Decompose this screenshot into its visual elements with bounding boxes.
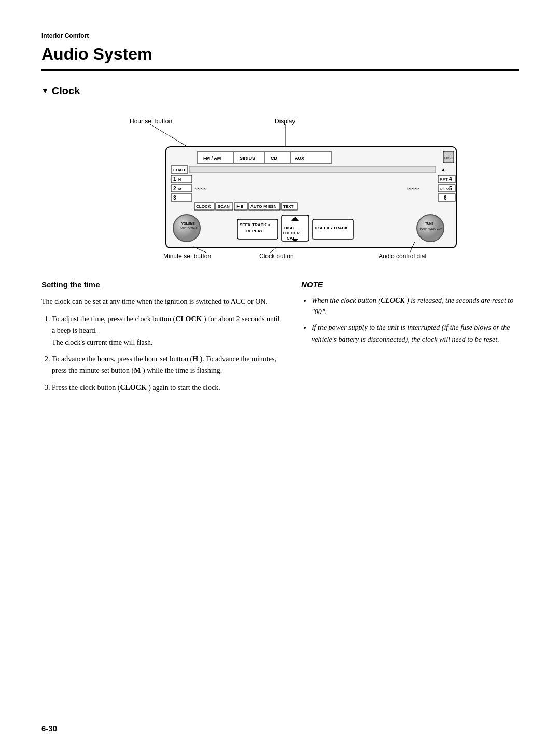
tune-label: TUNE bbox=[425, 222, 433, 225]
push-power-label: PUSH POWER bbox=[179, 226, 197, 229]
svg-rect-9 bbox=[189, 166, 436, 173]
dolby-left: ⊲⊲⊲⊲ bbox=[194, 187, 207, 190]
label-audio: Audio control dial bbox=[379, 253, 426, 260]
auto-esn-btn: AUTO-M ESN bbox=[250, 204, 277, 209]
play-pause-btn: ►II bbox=[236, 204, 243, 209]
label-clock: Clock button bbox=[259, 253, 294, 260]
content-area: Setting the time The clock can be set at… bbox=[41, 279, 519, 399]
clock-bold-2: CLOCK bbox=[120, 384, 146, 392]
clock-heading: Clock bbox=[41, 83, 519, 99]
clock-bold-note: CLOCK bbox=[381, 297, 405, 304]
disc-icon: DISC bbox=[444, 156, 453, 160]
steps-list: To adjust the time, press the clock butt… bbox=[41, 314, 281, 394]
label-minute: Minute set button bbox=[163, 253, 211, 260]
preset2-btn: 2 bbox=[173, 186, 176, 191]
fm-am-btn: FM / AM bbox=[203, 156, 221, 161]
diagram-svg: Hour set button Display FM / AM SIRIUS C… bbox=[83, 108, 477, 263]
audio-diagram: Hour set button Display FM / AM SIRIUS C… bbox=[41, 108, 519, 263]
page-title: Audio System bbox=[41, 41, 519, 71]
note-title: NOTE bbox=[301, 279, 519, 291]
folder-label: FOLDER bbox=[283, 231, 300, 235]
preset3-btn: 3 bbox=[173, 195, 176, 201]
rpt-btn: RPT bbox=[440, 177, 448, 182]
clock-btn: CLOCK bbox=[196, 204, 211, 209]
sirius-btn: SIRIUS bbox=[240, 156, 255, 161]
right-column: NOTE When the clock button (CLOCK ) is r… bbox=[301, 279, 519, 399]
text-btn: TEXT bbox=[283, 204, 294, 209]
section-label: Interior Comfort bbox=[41, 31, 519, 40]
volume-label: VOLUME bbox=[181, 222, 195, 225]
step-1: To adjust the time, press the clock butt… bbox=[52, 314, 281, 348]
rdm-btn: RDM bbox=[440, 187, 450, 191]
setting-intro: The clock can be set at any time when th… bbox=[41, 296, 281, 307]
step-3: Press the clock button (CLOCK ) again to… bbox=[52, 382, 281, 394]
label-hour: Hour set button bbox=[130, 118, 172, 125]
preset4-btn: 4 bbox=[449, 176, 452, 182]
note-box: NOTE When the clock button (CLOCK ) is r… bbox=[301, 279, 519, 345]
replay-label: REPLAY bbox=[246, 229, 263, 233]
seek-track-replay-label: SEEK TRACK < bbox=[240, 222, 270, 227]
note-item-1: When the clock button (CLOCK ) is releas… bbox=[312, 295, 519, 318]
page-number: 6-30 bbox=[41, 723, 57, 735]
cd-btn: CD bbox=[271, 156, 277, 161]
clock-bold-1: CLOCK bbox=[175, 315, 202, 323]
disc-label: DISC bbox=[284, 226, 294, 230]
preset1-label: H bbox=[178, 178, 181, 181]
seek-track-right-label: > SEEK • TRACK bbox=[315, 226, 348, 230]
audio-cont-label: PUSH AUDIO CONT bbox=[420, 227, 444, 230]
note-item-2: If the power supply to the unit is inter… bbox=[312, 322, 519, 345]
label-display: Display bbox=[275, 118, 295, 125]
step-2: To advance the hours, press the hour set… bbox=[52, 354, 281, 377]
preset2-label: M bbox=[178, 187, 181, 191]
preset5-btn: 5 bbox=[449, 186, 452, 191]
setting-heading: Setting the time bbox=[41, 279, 281, 291]
m-bold: M bbox=[134, 367, 141, 374]
dolby-right: ⊳⊳⊳⊳ bbox=[407, 187, 419, 190]
preset1-btn: 1 bbox=[173, 176, 176, 182]
eject-btn: ▲ bbox=[441, 166, 446, 172]
svg-line-0 bbox=[150, 124, 192, 149]
aux-btn: AUX bbox=[295, 156, 304, 161]
scan-btn: SCAN bbox=[218, 204, 230, 209]
note-list: When the clock button (CLOCK ) is releas… bbox=[301, 295, 519, 346]
left-column: Setting the time The clock can be set at… bbox=[41, 279, 281, 399]
h-bold: H bbox=[192, 355, 198, 363]
preset6-btn: 6 bbox=[444, 195, 447, 201]
load-btn: LOAD bbox=[173, 167, 185, 172]
